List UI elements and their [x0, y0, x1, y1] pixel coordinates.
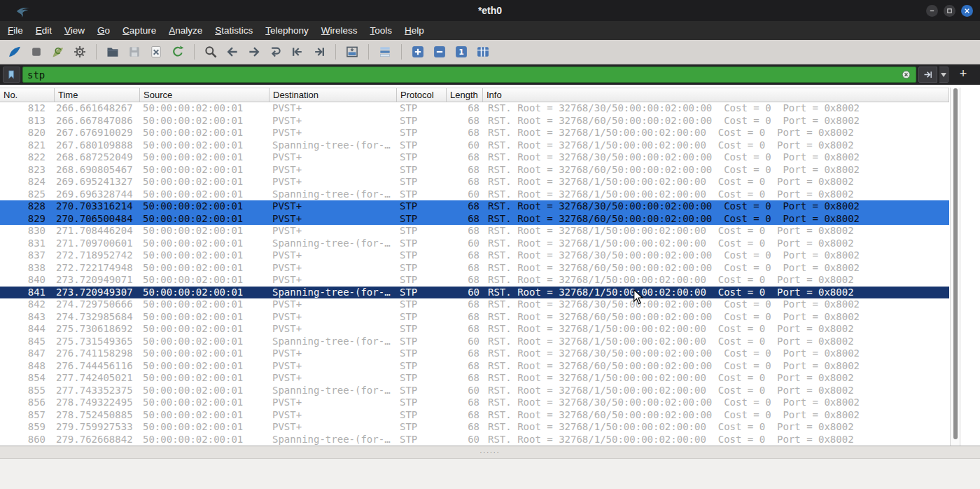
column-header-no[interactable]: No.	[0, 88, 55, 102]
start-capture-button[interactable]	[6, 43, 24, 61]
packet-row-831[interactable]: 831271.70970060150:00:00:02:00:01Spannin…	[0, 237, 949, 250]
menu-tools[interactable]: Tools	[364, 22, 399, 39]
length-cell: 60	[447, 385, 483, 397]
menu-help[interactable]: Help	[398, 22, 430, 39]
zoom-original-button[interactable]: 1	[452, 43, 470, 61]
packet-row-821[interactable]: 821267.68010988850:00:00:02:00:01Spannin…	[0, 139, 949, 152]
info-cell: RST. Root = 32768/30/50:00:00:02:00:00 C…	[483, 102, 949, 115]
close-file-button[interactable]	[147, 43, 165, 61]
go-back-button[interactable]	[223, 43, 241, 61]
menu-analyze[interactable]: Analyze	[162, 22, 209, 39]
minimize-button[interactable]	[926, 5, 938, 17]
stop-capture-button[interactable]	[27, 43, 46, 61]
menu-telephony[interactable]: Telephony	[259, 22, 315, 39]
close-button[interactable]	[961, 5, 973, 17]
protocol-cell: STP	[397, 372, 447, 385]
zoom-in-button[interactable]	[409, 43, 427, 61]
info-cell: RST. Root = 32768/1/50:00:00:02:00:00 Co…	[483, 176, 949, 188]
menu-wireless[interactable]: Wireless	[315, 22, 364, 39]
time-cell: 276.744456116	[55, 360, 140, 373]
filter-add-button[interactable]: +	[955, 67, 972, 83]
source-cell: 50:00:00:02:00:01	[140, 347, 270, 360]
packet-row-838[interactable]: 838272.72217494850:00:00:02:00:01PVST+ST…	[0, 262, 949, 275]
filter-input[interactable]: stp	[22, 67, 916, 83]
packet-row-856[interactable]: 856278.74932249550:00:00:02:00:01PVST+ST…	[0, 397, 949, 409]
save-file-button[interactable]	[125, 43, 144, 61]
packet-row-848[interactable]: 848276.74445611650:00:00:02:00:01PVST+ST…	[0, 360, 949, 373]
packet-row-820[interactable]: 820267.67691002950:00:00:02:00:01PVST+ST…	[0, 127, 949, 139]
go-back-icon	[225, 45, 239, 59]
go-last-button[interactable]	[310, 43, 328, 61]
packet-row-857[interactable]: 857278.75245088550:00:00:02:00:01PVST+ST…	[0, 409, 949, 422]
menu-edit[interactable]: Edit	[29, 22, 58, 39]
packet-row-842[interactable]: 842274.72975066650:00:00:02:00:01PVST+ST…	[0, 298, 949, 311]
filter-toolbar: stp +	[0, 64, 980, 85]
packet-row-841[interactable]: 841273.72094930750:00:00:02:00:01Spannin…	[0, 287, 949, 299]
source-cell: 50:00:00:02:00:01	[140, 311, 270, 324]
packet-row-859[interactable]: 859279.75992753350:00:00:02:00:01PVST+ST…	[0, 421, 949, 434]
column-header-info[interactable]: Info	[483, 88, 949, 102]
source-cell: 50:00:00:02:00:01	[140, 151, 270, 164]
filter-clear-button[interactable]	[901, 69, 911, 80]
packet-row-844[interactable]: 844275.73061869250:00:00:02:00:01PVST+ST…	[0, 323, 949, 336]
menu-capture[interactable]: Capture	[116, 22, 162, 39]
packet-row-828[interactable]: 828270.70331621450:00:00:02:00:01PVST+ST…	[0, 200, 949, 213]
time-cell: 270.703316214	[55, 200, 140, 213]
packet-row-860[interactable]: 860279.76266884250:00:00:02:00:01Spannin…	[0, 434, 949, 446]
destination-cell: PVST+	[270, 347, 397, 360]
protocol-cell: STP	[397, 262, 447, 275]
menubar: FileEditViewGoCaptureAnalyzeStatisticsTe…	[0, 21, 980, 40]
resize-columns-button[interactable]	[474, 43, 492, 61]
packet-row-843[interactable]: 843274.73298568450:00:00:02:00:01PVST+ST…	[0, 311, 949, 324]
menu-statistics[interactable]: Statistics	[209, 22, 259, 39]
column-header-source[interactable]: Source	[140, 88, 270, 102]
go-forward-button[interactable]	[245, 43, 263, 61]
scrollbar-thumb[interactable]	[953, 88, 958, 439]
packet-row-845[interactable]: 845275.73154936550:00:00:02:00:01Spannin…	[0, 336, 949, 348]
packet-row-837[interactable]: 837272.71895274250:00:00:02:00:01PVST+ST…	[0, 249, 949, 262]
filter-dropdown-button[interactable]	[939, 67, 948, 83]
pane-splitter[interactable]: ······	[0, 446, 980, 458]
filter-apply-button[interactable]	[918, 67, 937, 83]
packet-row-822[interactable]: 822268.68725204950:00:00:02:00:01PVST+ST…	[0, 151, 949, 164]
info-cell: RST. Root = 32768/1/50:00:00:02:00:00 Co…	[483, 372, 949, 385]
maximize-button[interactable]	[944, 5, 955, 17]
info-cell: RST. Root = 32768/1/50:00:00:02:00:00 Co…	[483, 237, 949, 250]
packet-row-855[interactable]: 855277.74335237550:00:00:02:00:01Spannin…	[0, 385, 949, 397]
length-cell: 68	[447, 115, 483, 128]
packet-row-812[interactable]: 812266.66164826750:00:00:02:00:01PVST+ST…	[0, 102, 949, 115]
column-header-destination[interactable]: Destination	[270, 88, 397, 102]
go-to-packet-button[interactable]	[267, 43, 285, 61]
vertical-scrollbar[interactable]	[950, 88, 960, 446]
menu-file[interactable]: File	[1, 22, 29, 39]
open-file-button[interactable]	[104, 43, 122, 61]
go-first-button[interactable]	[288, 43, 307, 61]
menu-view[interactable]: View	[58, 22, 91, 39]
capture-options-button[interactable]	[71, 43, 89, 61]
packet-row-854[interactable]: 854277.74240502150:00:00:02:00:01PVST+ST…	[0, 372, 949, 385]
packet-row-824[interactable]: 824269.69524132750:00:00:02:00:01PVST+ST…	[0, 176, 949, 188]
colorize-button[interactable]	[376, 43, 394, 61]
column-header-time[interactable]: Time	[55, 88, 140, 102]
splitter-handle[interactable]: ······	[479, 450, 500, 455]
destination-cell: PVST+	[270, 323, 397, 336]
packet-row-823[interactable]: 823268.69080546750:00:00:02:00:01PVST+ST…	[0, 164, 949, 177]
length-cell: 68	[447, 372, 483, 385]
auto-scroll-button[interactable]	[343, 43, 361, 61]
find-packet-button[interactable]	[202, 43, 220, 61]
filter-bookmark-button[interactable]	[3, 67, 20, 83]
column-header-length[interactable]: Length	[447, 88, 483, 102]
packet-row-825[interactable]: 825269.69632874450:00:00:02:00:01Spannin…	[0, 188, 949, 201]
column-header-protocol[interactable]: Protocol	[397, 88, 447, 102]
zoom-out-button[interactable]	[430, 43, 449, 61]
destination-cell: PVST+	[270, 151, 397, 164]
packet-row-830[interactable]: 830271.70844620450:00:00:02:00:01PVST+ST…	[0, 225, 949, 237]
packet-row-847[interactable]: 847276.74115829850:00:00:02:00:01PVST+ST…	[0, 347, 949, 360]
reload-file-button[interactable]	[169, 43, 187, 61]
restart-capture-button[interactable]	[49, 43, 67, 61]
packet-row-840[interactable]: 840273.72094907150:00:00:02:00:01PVST+ST…	[0, 274, 949, 287]
length-cell: 68	[447, 225, 483, 237]
packet-row-813[interactable]: 813266.66784708650:00:00:02:00:01PVST+ST…	[0, 115, 949, 128]
packet-row-829[interactable]: 829270.70650048450:00:00:02:00:01PVST+ST…	[0, 213, 949, 226]
menu-go[interactable]: Go	[91, 22, 116, 39]
